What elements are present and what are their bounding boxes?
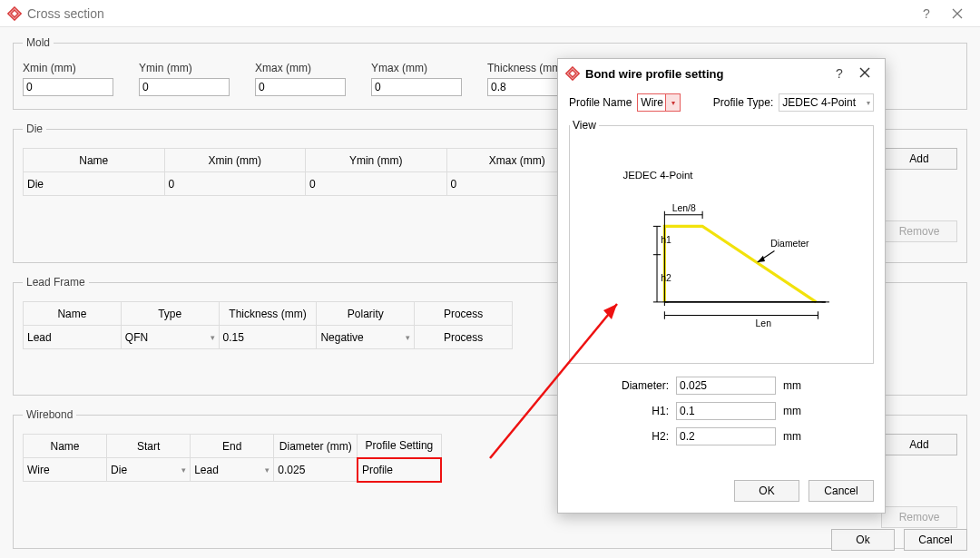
diagram-h1: h1 (661, 235, 671, 245)
param-h2-input[interactable] (676, 427, 776, 445)
diagram-h2: h2 (661, 273, 671, 283)
die-h-ymin: Ymin (mm) (306, 149, 447, 172)
wb-profile-cell[interactable]: Profile (358, 458, 441, 482)
lead-h-process: Process (415, 302, 513, 326)
mold-ymax-input[interactable] (371, 78, 462, 96)
profile-type-value: JEDEC 4-Point (782, 96, 856, 109)
svg-marker-1 (11, 10, 18, 17)
lead-polarity-cell[interactable]: Negative▾ (317, 326, 415, 349)
wb-remove-button[interactable]: Remove (881, 506, 957, 528)
die-remove-button[interactable]: Remove (881, 220, 957, 242)
wb-h-profile: Profile Setting (358, 435, 441, 458)
lead-legend: Lead Frame (23, 276, 89, 289)
param-diameter-input[interactable] (676, 377, 776, 395)
lead-name-cell[interactable]: Lead (24, 326, 122, 349)
profile-button[interactable]: Profile (362, 464, 393, 476)
die-legend: Die (23, 122, 46, 135)
lead-process-cell[interactable]: Process (415, 326, 513, 349)
param-h2-unit: mm (783, 430, 810, 443)
chevron-down-icon: ▾ (265, 465, 270, 475)
mold-legend: Mold (23, 36, 54, 49)
profile-name-label: Profile Name (569, 96, 632, 109)
diagram-diameter: Diameter (770, 239, 809, 249)
wb-diameter-cell[interactable]: 0.025 (274, 458, 358, 482)
lead-process-button[interactable]: Process (444, 331, 483, 344)
dialog-ok-button[interactable]: OK (734, 480, 799, 502)
profile-type-label: Profile Type: (713, 96, 773, 109)
dialog-cancel-button[interactable]: Cancel (808, 480, 874, 502)
lead-h-polarity: Polarity (317, 302, 415, 326)
mold-ymin-input[interactable] (139, 78, 230, 96)
die-h-name: Name (24, 149, 165, 172)
help-button[interactable]: ? (911, 0, 942, 26)
chevron-down-icon: ▾ (211, 333, 215, 342)
dialog-close-button[interactable] (852, 66, 877, 81)
wb-end-text: Lead (194, 464, 219, 476)
mold-xmin-input[interactable] (23, 78, 113, 96)
app-icon (565, 66, 580, 81)
lead-table: Name Type Thickness (mm) Polarity Proces… (23, 301, 513, 349)
wb-h-diameter: Diameter (mm) (274, 435, 358, 458)
param-diameter-label: Diameter: (569, 379, 669, 392)
wb-name-cell[interactable]: Wire (24, 458, 107, 482)
close-button[interactable] (942, 0, 973, 26)
close-icon (859, 67, 870, 78)
profile-type-combo[interactable]: JEDEC 4-Point ▾ (779, 93, 874, 112)
mold-xmax-label: Xmax (mm) (255, 62, 346, 74)
wb-header-row: Name Start End Diameter (mm) Profile Set… (24, 435, 442, 458)
param-diameter-unit: mm (783, 379, 810, 392)
chevron-down-icon: ▾ (406, 333, 410, 342)
chevron-down-icon: ▾ (665, 94, 680, 111)
lead-h-type: Type (121, 302, 219, 326)
wb-h-start: Start (107, 435, 191, 458)
lead-header-row: Name Type Thickness (mm) Polarity Proces… (24, 302, 513, 326)
lead-row[interactable]: Lead QFN▾ 0.15 Negative▾ Process (24, 326, 513, 349)
close-icon (952, 8, 963, 19)
profile-name-value: Wire (638, 96, 665, 109)
wb-legend: Wirebond (23, 408, 76, 421)
bond-wire-dialog: Bond wire profile setting ? Profile Name… (557, 58, 886, 514)
param-h1-label: H1: (569, 405, 669, 417)
wb-end-cell[interactable]: Lead▾ (191, 458, 274, 482)
diagram-title: JEDEC 4-Point (622, 170, 693, 181)
die-h-xmin: Xmin (mm) (164, 149, 306, 172)
lead-type-text: QFN (125, 331, 148, 344)
die-xmin-cell[interactable]: 0 (164, 172, 306, 196)
svg-marker-5 (569, 70, 576, 77)
mold-ymax-label: Ymax (mm) (371, 62, 462, 74)
diagram-len8: Len/8 (672, 203, 696, 213)
lead-h-name: Name (24, 302, 122, 326)
wb-h-name: Name (24, 435, 107, 458)
lead-thick-cell[interactable]: 0.15 (219, 326, 317, 349)
window-title: Cross section (27, 6, 911, 21)
svg-marker-21 (758, 256, 765, 262)
mold-ymin-label: Ymin (mm) (139, 62, 230, 74)
view-legend: View (570, 119, 599, 132)
diagram-len: Len (756, 318, 772, 328)
mold-xmax-input[interactable] (255, 78, 346, 96)
wb-h-end: End (191, 435, 274, 458)
wire-profile-diagram: JEDEC 4-Point Len/8 h1 h2 (570, 132, 873, 368)
die-ymin-cell[interactable]: 0 (306, 172, 447, 196)
view-panel: View JEDEC 4-Point Len/8 h1 h2 (569, 119, 874, 364)
dialog-title: Bond wire profile setting (585, 67, 827, 81)
die-name-cell[interactable]: Die (24, 172, 165, 196)
main-ok-button[interactable]: Ok (831, 529, 895, 551)
wb-add-button[interactable]: Add (881, 434, 957, 455)
param-h1-unit: mm (783, 405, 810, 417)
dialog-titlebar: Bond wire profile setting ? (558, 59, 885, 88)
main-cancel-button[interactable]: Cancel (904, 529, 967, 551)
die-add-button[interactable]: Add (881, 148, 957, 170)
wb-start-cell[interactable]: Die▾ (107, 458, 191, 482)
dialog-help-button[interactable]: ? (827, 66, 852, 81)
window-titlebar: Cross section ? (0, 0, 980, 27)
lead-type-cell[interactable]: QFN▾ (121, 326, 219, 349)
wirebond-table: Name Start End Diameter (mm) Profile Set… (23, 434, 442, 483)
param-h1-input[interactable] (676, 402, 776, 420)
mold-xmin-label: Xmin (mm) (23, 62, 113, 74)
app-icon (7, 6, 22, 21)
lead-polarity-text: Negative (320, 331, 363, 344)
profile-name-combo[interactable]: Wire ▾ (637, 93, 681, 112)
wb-row[interactable]: Wire Die▾ Lead▾ 0.025 Profile (24, 458, 442, 482)
chevron-down-icon: ▾ (181, 465, 186, 475)
